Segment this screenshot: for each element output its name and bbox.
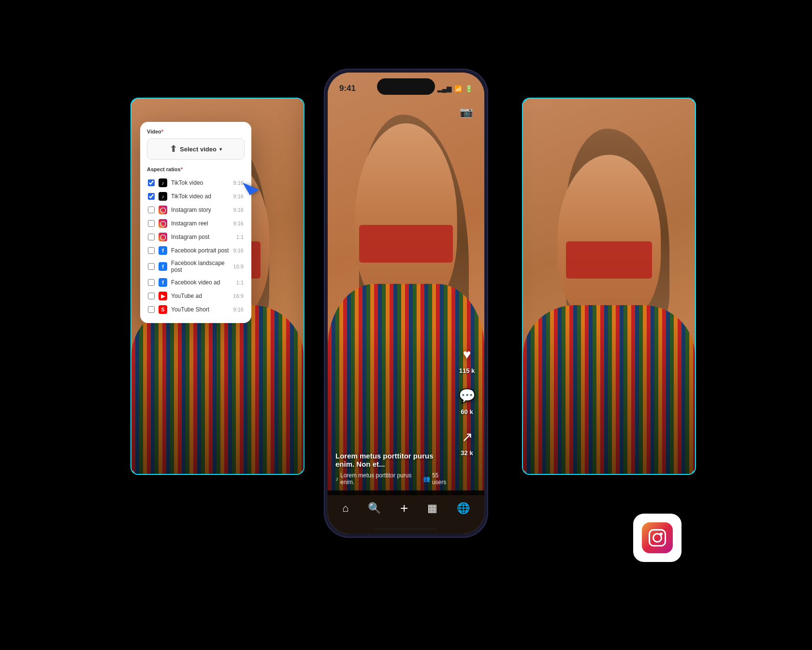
signal-icon: ▂▄▆ [437, 85, 451, 92]
music-info: ♪ Lorem metus porttitor purus enim. [335, 472, 416, 486]
upload-icon: ⬆ [170, 144, 177, 154]
platform-icon-youtube: ▶ [159, 292, 167, 300]
comment-icon: 💬 [456, 385, 478, 406]
aspect-ratio-7: 1:1 [236, 280, 244, 285]
users-count: 55 users [432, 472, 450, 486]
shares-count: 32 k [461, 449, 473, 457]
corner-dot-br [692, 471, 696, 475]
likes-count: 115 k [459, 367, 475, 374]
aspect-ratio-panel: Video* ⬆ Select video ▾ Aspect ratios* ♪… [140, 122, 251, 323]
instagram-logo-dot [660, 532, 663, 535]
right-person-bg [523, 99, 695, 474]
platform-icon-instagram: ◯ [159, 206, 167, 214]
aspect-name-5: Facebook portrait post [171, 247, 230, 254]
aspect-item-8[interactable]: ▶YouTube ad16:9 [147, 289, 245, 303]
chevron-down-icon: ▾ [219, 147, 222, 152]
comment-action[interactable]: 💬 60 k [456, 385, 478, 415]
heart-icon: ♥ [456, 344, 478, 365]
tiktok-actions: ♥ 115 k 💬 60 k ↗ 32 k [456, 344, 478, 457]
nav-profile[interactable]: 🌐 [453, 498, 474, 518]
platform-icon-youtube_short: S [159, 305, 167, 314]
corner-dot-br [300, 471, 304, 475]
music-icon: ♪ [335, 475, 338, 482]
nav-home[interactable]: ⌂ [338, 498, 352, 518]
platform-icon-instagram: ◯ [159, 219, 167, 228]
phone-frame: 9:41 ▂▄▆ 📶 🔋 📷 [324, 69, 488, 538]
aspect-name-1: TikTok video ad [171, 193, 230, 200]
aspect-item-1[interactable]: ♪TikTok video ad9:16 [147, 190, 245, 203]
right-bg-panel [522, 98, 696, 475]
aspect-name-9: YouTube Short [171, 306, 230, 313]
video-field-label: Video* [147, 129, 245, 134]
battery-icon: 🔋 [465, 85, 473, 92]
platform-icon-facebook: f [159, 278, 167, 287]
tiktok-bottom-info: Lorem metus porttitor purus enim. Non et… [335, 452, 450, 486]
comments-count: 60 k [461, 408, 473, 415]
checkbox-8[interactable] [148, 293, 155, 299]
platform-icon-instagram: ◯ [159, 233, 167, 241]
aspect-ratio-5: 9:16 [233, 248, 244, 253]
checkbox-1[interactable] [148, 193, 155, 200]
dynamic-island [377, 78, 435, 95]
status-time: 9:41 [339, 84, 356, 93]
aspect-ratio-4: 1:1 [236, 234, 244, 240]
main-scene: Video* ⬆ Select video ▾ Aspect ratios* ♪… [116, 59, 696, 591]
aspect-item-2[interactable]: ◯Instagram story9:16 [147, 203, 245, 217]
aspect-ratio-6: 16:9 [233, 264, 244, 269]
aspect-name-0: TikTok video [171, 179, 230, 186]
checkbox-7[interactable] [148, 279, 155, 286]
aspect-name-3: Instagram reel [171, 220, 230, 227]
wifi-icon: 📶 [454, 85, 462, 92]
select-video-button[interactable]: ⬆ Select video ▾ [147, 138, 245, 160]
users-info: 👥 55 users [423, 472, 450, 486]
aspect-ratio-0: 9:16 [233, 180, 244, 186]
aspect-ratio-3: 9:16 [233, 221, 244, 226]
like-action[interactable]: ♥ 115 k [456, 344, 478, 374]
aspect-ratio-9: 9:16 [233, 307, 244, 312]
aspect-item-7[interactable]: fFacebook video ad1:1 [147, 276, 245, 289]
music-label: Lorem metus porttitor purus enim. [340, 472, 416, 486]
platform-icon-facebook: f [159, 262, 167, 271]
aspect-items-list: ♪TikTok video9:16♪TikTok video ad9:16◯In… [147, 176, 245, 316]
instagram-badge [633, 514, 682, 562]
tiktok-meta: ♪ Lorem metus porttitor purus enim. 👥 55… [335, 472, 450, 486]
checkbox-3[interactable] [148, 220, 155, 227]
status-icons: ▂▄▆ 📶 🔋 [437, 85, 473, 92]
aspect-item-9[interactable]: SYouTube Short9:16 [147, 303, 245, 316]
aspect-name-2: Instagram story [171, 207, 230, 213]
share-icon: ↗ [456, 426, 478, 447]
camera-icon[interactable]: 📷 [457, 103, 475, 121]
aspect-ratios-label: Aspect ratios* [147, 166, 245, 172]
aspect-name-4: Instagram post [171, 234, 232, 240]
aspect-ratio-1: 9:16 [233, 193, 244, 199]
aspect-ratio-2: 9:16 [233, 207, 244, 213]
checkbox-0[interactable] [148, 179, 155, 186]
checkbox-9[interactable] [148, 306, 155, 313]
platform-icon-tiktok: ♪ [159, 178, 167, 187]
aspect-item-0[interactable]: ♪TikTok video9:16 [147, 176, 245, 190]
aspect-ratio-8: 16:9 [233, 293, 244, 299]
nav-add[interactable]: + [396, 497, 412, 520]
aspect-name-7: Facebook video ad [171, 279, 232, 286]
aspect-name-8: YouTube ad [171, 293, 230, 299]
aspect-item-4[interactable]: ◯Instagram post1:1 [147, 230, 245, 244]
platform-icon-tiktok: ♪ [159, 192, 167, 201]
nav-search[interactable]: 🔍 [364, 498, 385, 518]
instagram-logo-inner [649, 529, 666, 547]
phone-screen: 9:41 ▂▄▆ 📶 🔋 📷 [328, 73, 484, 534]
checkbox-2[interactable] [148, 207, 155, 213]
nav-inbox[interactable]: ▦ [423, 498, 441, 518]
aspect-item-6[interactable]: fFacebook landscape post16:9 [147, 257, 245, 276]
aspect-item-5[interactable]: fFacebook portrait post9:16 [147, 244, 245, 257]
aspect-name-6: Facebook landscape post [171, 260, 230, 273]
aspect-item-3[interactable]: ◯Instagram reel9:16 [147, 217, 245, 230]
checkbox-6[interactable] [148, 263, 155, 270]
checkbox-4[interactable] [148, 234, 155, 240]
platform-icon-facebook: f [159, 246, 167, 255]
checkbox-5[interactable] [148, 247, 155, 254]
instagram-logo [642, 522, 673, 553]
bottom-nav: ⌂ 🔍 + ▦ 🌐 [328, 490, 484, 534]
phone-device: 9:41 ▂▄▆ 📶 🔋 📷 [324, 69, 488, 538]
tiktok-caption: Lorem metus porttitor purus enim. Non et… [335, 452, 450, 468]
share-action[interactable]: ↗ 32 k [456, 426, 478, 457]
